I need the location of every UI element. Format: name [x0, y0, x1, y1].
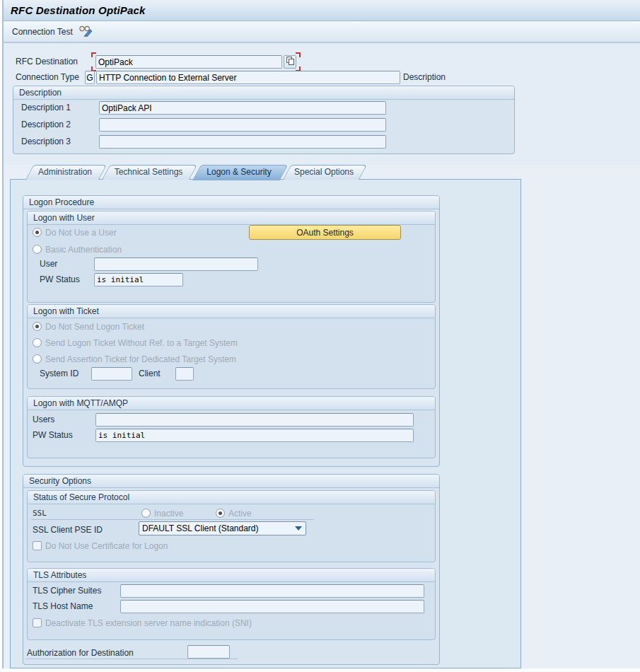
checkbox-deactivate-sni[interactable]: Deactivate TLS extension server name ind… [33, 618, 252, 628]
logon-with-mqtt-title: Logon with MQTT/AMQP [28, 397, 435, 410]
logon-with-ticket-title: Logon with Ticket [28, 305, 435, 318]
tab-administration[interactable]: Administration [25, 165, 99, 180]
authorization-row-divider [25, 647, 238, 659]
radio-send-assertion-ticket[interactable]: Send Assertion Ticket for Dedicated Targ… [33, 354, 236, 364]
title-bar: RFC Destination OptiPack [4, 0, 640, 21]
checkbox-icon [33, 618, 42, 627]
tls-cipher-suites-input[interactable] [120, 584, 424, 598]
application-toolbar: Connection Test [4, 21, 640, 43]
radio-do-not-send-logon-ticket[interactable]: Do Not Send Logon Ticket [33, 321, 144, 332]
oauth-settings-button[interactable]: OAuth Settings [249, 225, 401, 240]
ssl-row-divider [31, 507, 314, 520]
logon-procedure-title: Logon Procedure [23, 196, 439, 209]
description-groupbox-title: Description [13, 86, 514, 100]
radio-icon [33, 354, 42, 364]
pw-status-label: PW Status [40, 273, 80, 286]
description-side-label: Description [403, 71, 446, 84]
radio-icon [33, 322, 42, 331]
system-id-input[interactable] [91, 367, 132, 381]
tls-host-name-input[interactable] [120, 600, 424, 613]
rfc-destination-input[interactable] [95, 55, 282, 69]
description-3-label: Description 3 [21, 135, 71, 149]
display-change-icon[interactable] [78, 25, 94, 40]
logon-with-mqtt-groupbox: Logon with MQTT/AMQP [27, 396, 436, 458]
page-title: RFC Destination OptiPack [11, 4, 146, 16]
tab-logon-security[interactable]: Logon & Security [192, 165, 280, 180]
sap-gui-window: RFC Destination OptiPack Connection Test… [0, 0, 640, 672]
connection-test-button[interactable]: Connection Test [8, 24, 98, 40]
user-label: User [40, 257, 57, 271]
connection-type-label: Connection Type [16, 71, 79, 84]
rfc-destination-label: RFC Destination [16, 55, 78, 69]
tls-attributes-title: TLS Attributes [28, 569, 435, 582]
chevron-down-icon [295, 526, 302, 531]
logon-with-user-title: Logon with User [28, 212, 435, 225]
user-input[interactable] [94, 257, 258, 271]
radio-icon [33, 338, 42, 347]
radio-do-not-use-a-user[interactable]: Do Not Use a User [33, 227, 117, 238]
description-1-label: Description 1 [21, 101, 71, 115]
radio-icon [33, 228, 42, 237]
system-id-label: System ID [40, 367, 78, 381]
copy-pages-icon [285, 56, 295, 69]
checkbox-no-certificate-logon[interactable]: Do Not Use Certificate for Logon [33, 540, 168, 551]
users-label: Users [33, 413, 54, 427]
checkbox-icon [33, 541, 42, 550]
description-2-label: Description 2 [21, 118, 71, 132]
ssl-client-pse-label: SSL Client PSE ID [33, 523, 103, 537]
tab-technical-settings[interactable]: Technical Settings [102, 165, 190, 180]
mqtt-pw-status-label: PW Status [33, 429, 73, 442]
mqtt-pw-status-input[interactable] [95, 429, 414, 442]
pw-status-input[interactable] [94, 273, 183, 286]
connection-type-text-input[interactable] [96, 71, 400, 84]
description-2-input[interactable] [99, 118, 386, 132]
connection-test-label: Connection Test [12, 27, 73, 37]
description-1-input[interactable] [99, 101, 386, 115]
tab-special-options[interactable]: Special Options [283, 165, 359, 180]
multiple-selection-button[interactable] [284, 55, 296, 69]
security-options-title: Security Options [23, 475, 439, 488]
client-label: Client [139, 367, 161, 381]
radio-send-logon-ticket[interactable]: Send Logon Ticket Without Ref. to a Targ… [33, 337, 238, 348]
bottom-margin [0, 668, 640, 672]
tls-host-name-label: TLS Host Name [33, 600, 93, 613]
client-input[interactable] [175, 367, 194, 381]
radio-basic-authentication[interactable]: Basic Authentication [33, 244, 122, 255]
ssl-client-pse-dropdown[interactable]: DFAULT SSL Client (Standard) [139, 521, 306, 535]
connection-type-code-input[interactable] [85, 71, 95, 84]
users-input[interactable] [95, 413, 414, 427]
tls-cipher-suites-label: TLS Cipher Suites [33, 584, 101, 598]
status-secure-protocol-title: Status of Secure Protocol [28, 491, 435, 504]
description-3-input[interactable] [99, 135, 386, 149]
radio-icon [33, 245, 42, 254]
